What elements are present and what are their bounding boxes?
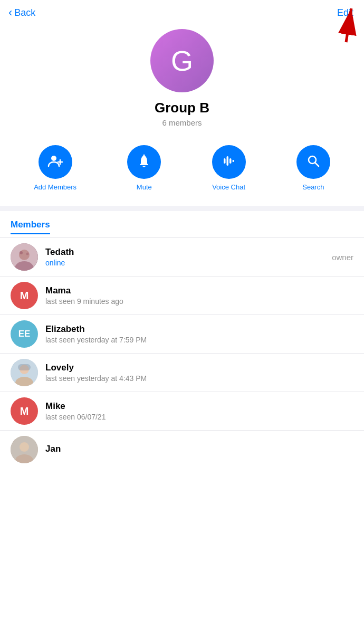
member-role: owner — [332, 253, 353, 262]
svg-rect-8 — [229, 158, 232, 164]
members-title: Members — [11, 220, 50, 234]
svg-point-2 — [51, 156, 56, 161]
back-chevron-icon: ‹ — [8, 7, 12, 18]
mute-label: Mute — [137, 183, 152, 191]
actions-row: Add Members Mute — [0, 140, 364, 206]
member-info-lovely: Lovely last seen yesterday at 4:43 PM — [45, 363, 353, 383]
member-status: last seen 06/07/21 — [45, 413, 353, 421]
profile-section: G Group B 6 members — [0, 24, 364, 140]
mute-circle — [127, 145, 161, 179]
svg-rect-9 — [232, 160, 234, 162]
members-section: Members Tedath online owner M Mama last … — [0, 211, 364, 469]
member-status: last seen 9 minutes ago — [45, 297, 353, 306]
member-avatar-mike: M — [11, 397, 38, 425]
member-info-elizabeth: Elizabeth last seen yesterday at 7:59 PM — [45, 324, 353, 344]
member-name: Elizabeth — [45, 324, 353, 335]
member-info-tedath: Tedath online — [45, 247, 324, 267]
voice-chat-icon — [221, 153, 237, 171]
svg-line-11 — [315, 163, 319, 167]
svg-point-15 — [20, 251, 23, 254]
voice-chat-circle — [212, 145, 246, 179]
member-status: last seen yesterday at 7:59 PM — [45, 336, 353, 344]
back-label: Back — [14, 7, 35, 18]
search-icon — [305, 153, 321, 171]
search-circle — [296, 145, 330, 179]
members-header: Members — [0, 211, 364, 237]
mute-action[interactable]: Mute — [127, 145, 161, 191]
svg-point-5 — [143, 155, 145, 156]
member-count: 6 members — [162, 118, 202, 127]
member-info-jan: Jan — [45, 444, 353, 455]
member-name: Mama — [45, 285, 353, 296]
member-avatar-elizabeth: EE — [11, 320, 38, 348]
member-info-mama: Mama last seen 9 minutes ago — [45, 285, 353, 306]
add-members-label: Add Members — [34, 183, 76, 191]
member-row[interactable]: EE Elizabeth last seen yesterday at 7:59… — [0, 315, 364, 354]
svg-rect-7 — [226, 156, 228, 166]
group-name: Group B — [155, 100, 209, 116]
member-row[interactable]: M Mama last seen 9 minutes ago — [0, 277, 364, 315]
member-avatar-lovely — [11, 359, 38, 386]
svg-point-16 — [26, 253, 29, 255]
section-divider — [0, 206, 364, 211]
member-avatar-jan — [11, 436, 38, 463]
svg-rect-20 — [18, 364, 31, 370]
voice-chat-label: Voice Chat — [212, 183, 245, 191]
member-row[interactable]: Tedath online owner — [0, 238, 364, 277]
member-row[interactable]: M Mike last seen 06/07/21 — [0, 392, 364, 431]
add-members-action[interactable]: Add Members — [34, 145, 76, 191]
member-name: Mike — [45, 401, 353, 412]
member-info-mike: Mike last seen 06/07/21 — [45, 401, 353, 421]
svg-rect-6 — [224, 158, 226, 164]
header: ‹ Back Edit — [0, 0, 364, 24]
search-action[interactable]: Search — [296, 145, 330, 191]
search-label: Search — [302, 183, 324, 191]
member-name: Tedath — [45, 247, 324, 258]
group-avatar: G — [150, 29, 214, 92]
mute-bell-icon — [136, 153, 152, 171]
member-avatar-mama: M — [11, 282, 38, 309]
add-members-circle — [39, 145, 72, 179]
voice-chat-action[interactable]: Voice Chat — [212, 145, 246, 191]
svg-point-22 — [20, 442, 29, 452]
edit-button[interactable]: Edit — [337, 7, 353, 18]
back-button[interactable]: ‹ Back — [8, 7, 35, 18]
member-name: Jan — [45, 444, 353, 454]
add-members-icon — [47, 153, 64, 171]
member-row[interactable]: Lovely last seen yesterday at 4:43 PM — [0, 354, 364, 392]
member-status: last seen yesterday at 4:43 PM — [45, 374, 353, 383]
member-name: Lovely — [45, 363, 353, 373]
member-status: online — [45, 259, 324, 267]
member-avatar-tedath — [11, 243, 38, 271]
member-row[interactable]: Jan — [0, 431, 364, 469]
